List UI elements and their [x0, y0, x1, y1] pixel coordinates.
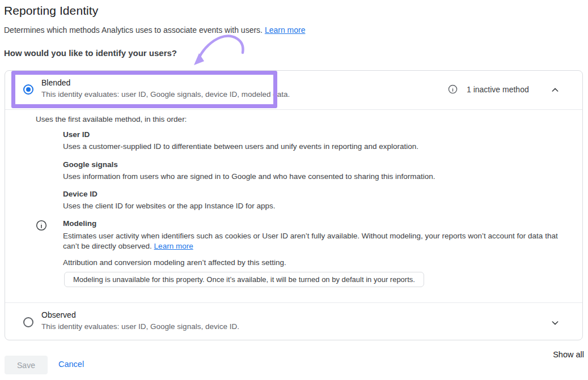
method-modeling: Modeling Estimates user activity when id… — [63, 219, 562, 251]
cancel-button[interactable]: Cancel — [58, 360, 84, 369]
info-icon[interactable] — [36, 220, 47, 231]
info-icon[interactable] — [448, 84, 458, 94]
inactive-method-count: 1 inactive method — [467, 85, 529, 94]
modeling-description-text: Estimates user activity when identifiers… — [63, 232, 558, 250]
method-name: Google signals — [63, 160, 435, 169]
identify-users-question: How would you like to identify your user… — [4, 48, 177, 58]
modeling-description: Estimates user activity when identifiers… — [63, 231, 562, 251]
method-name: Modeling — [63, 219, 562, 228]
blended-option-label: Blended — [41, 78, 290, 87]
reporting-identity-card: Blended This identity evaluates: user ID… — [5, 70, 583, 340]
method-name: User ID — [63, 130, 418, 139]
method-google-signals: Google signals Uses information from use… — [63, 160, 435, 181]
learn-more-link[interactable]: Learn more — [265, 25, 306, 35]
observed-option-description: This identity evaluates: user ID, Google… — [41, 322, 239, 331]
chevron-up-icon[interactable] — [550, 85, 560, 95]
observed-option-label: Observed — [41, 310, 239, 319]
modeling-learn-more-link[interactable]: Learn more — [154, 242, 193, 250]
modeling-unavailable-notice: Modeling is unavailable for this propert… — [64, 272, 424, 287]
blended-option-description: This identity evaluates: user ID, Google… — [41, 90, 290, 99]
method-description: Uses the client ID for websites or the a… — [63, 202, 275, 210]
method-description: Uses information from users who are sign… — [63, 172, 435, 181]
method-device-id: Device ID Uses the client ID for website… — [63, 190, 275, 210]
observed-radio[interactable] — [23, 317, 33, 327]
inactive-method-cluster: 1 inactive method — [448, 84, 529, 94]
save-button[interactable]: Save — [5, 356, 48, 374]
blended-option-header[interactable]: Blended This identity evaluates: user ID… — [41, 78, 290, 99]
method-name: Device ID — [63, 190, 275, 198]
show-all-button[interactable]: Show all — [553, 350, 584, 359]
divider — [5, 109, 582, 110]
method-order-intro: Uses the first available method, in this… — [36, 115, 187, 123]
divider — [5, 302, 582, 303]
page-subtitle: Determines which methods Analytics uses … — [4, 25, 305, 35]
method-user-id: User ID Uses a customer-supplied ID to d… — [63, 130, 418, 151]
subtitle-text: Determines which methods Analytics uses … — [4, 25, 263, 35]
blended-radio[interactable] — [23, 84, 33, 95]
page-title: Reporting Identity — [4, 4, 98, 18]
reporting-identity-page: Reporting Identity Determines which meth… — [0, 0, 588, 380]
observed-option-header[interactable]: Observed This identity evaluates: user I… — [41, 310, 239, 331]
method-description: Uses a customer-supplied ID to different… — [63, 142, 418, 151]
attribution-note: Attribution and conversion modeling aren… — [63, 258, 286, 267]
annotation-arrow-icon — [189, 32, 248, 68]
chevron-down-icon[interactable] — [550, 318, 560, 328]
